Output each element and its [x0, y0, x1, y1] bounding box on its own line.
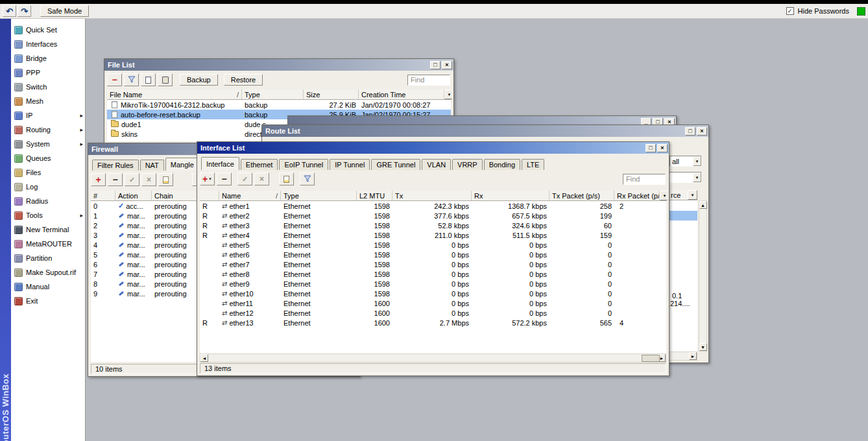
copy-button[interactable] — [141, 73, 156, 86]
column-header-size[interactable]: Size — [304, 89, 359, 99]
paste-button[interactable] — [158, 73, 173, 86]
interface-tab-vrrp[interactable]: VRRP — [452, 159, 483, 170]
interface-row[interactable]: ⇄ether6Ethernet15980 bps0 bps0 — [200, 250, 666, 259]
sidebar-item-routing[interactable]: Routing▸ — [11, 123, 85, 137]
enable-button[interactable]: ✓ — [237, 173, 252, 185]
remove-interface-button[interactable]: − — [217, 173, 232, 185]
interface-row[interactable]: R⇄ether3Ethernet159852.8 kbps324.6 kbps6… — [200, 220, 666, 230]
remove-file-button[interactable]: − — [107, 73, 122, 86]
comment-button[interactable] — [158, 173, 173, 186]
add-interface-button[interactable]: +▼ — [200, 173, 215, 185]
vertical-scrollbar[interactable]: ▲ ▼ — [699, 200, 707, 352]
interface-row[interactable]: R⇄ether13Ethernet16002.7 Mbps572.2 kbps5… — [200, 318, 666, 328]
firewall-tab-filter-rules[interactable]: Filter Rules — [92, 160, 139, 171]
interface-row[interactable]: ⇄ether9Ethernet15980 bps0 bps0 — [200, 279, 666, 289]
interface-row[interactable]: R⇄ether2Ethernet1598377.6 kbps657.5 kbps… — [200, 211, 666, 220]
horizontal-scrollbar[interactable]: ◄ ► — [200, 353, 666, 363]
route-list-titlebar[interactable]: Route List □ × — [262, 125, 708, 137]
add-rule-button[interactable]: + — [91, 173, 106, 186]
enable-button[interactable]: ✓ — [125, 173, 139, 186]
sidebar-item-ppp[interactable]: PPP — [11, 66, 85, 80]
safe-mode-button[interactable]: Safe Mode — [40, 5, 89, 17]
sidebar-item-mesh[interactable]: Mesh — [11, 94, 85, 108]
remove-rule-button[interactable]: − — [108, 173, 123, 186]
sidebar-item-new-terminal[interactable]: New Terminal — [11, 222, 85, 237]
interface-row[interactable]: R⇄ether1Ethernet1598242.3 kbps1368.7 kbp… — [200, 201, 666, 211]
maximize-button[interactable]: □ — [430, 61, 440, 69]
sidebar-item-partition[interactable]: Partition — [11, 251, 85, 265]
route-filter-select[interactable]: all ▼ — [669, 156, 702, 167]
scroll-up-icon[interactable]: ▲ — [699, 201, 707, 209]
file-list-titlebar[interactable]: File List □ × — [104, 59, 453, 71]
file-row[interactable]: MikroTik-19700416-2312.backupbackup27.2 … — [107, 100, 451, 110]
column-header-type[interactable]: Type — [281, 191, 357, 200]
filter-button[interactable] — [300, 173, 315, 185]
undo-button[interactable]: ↶ — [3, 5, 16, 17]
comment-button[interactable] — [279, 173, 294, 185]
column-header-rx[interactable]: Rx — [472, 191, 549, 200]
maximize-button[interactable]: □ — [685, 127, 695, 136]
interface-tab-ethernet[interactable]: Ethernet — [241, 159, 278, 170]
maximize-button[interactable]: □ — [645, 144, 656, 152]
sidebar-item-log[interactable]: Log — [11, 180, 85, 194]
column-header-flag[interactable]: # — [91, 191, 115, 200]
column-header-flag[interactable] — [200, 191, 219, 200]
filter-button[interactable] — [124, 73, 139, 86]
sidebar-item-radius[interactable]: Radius — [11, 194, 85, 208]
column-header-action[interactable]: Action — [115, 191, 152, 200]
sidebar-item-interfaces[interactable]: Interfaces — [11, 37, 85, 51]
column-select-button[interactable]: ▼ — [688, 190, 697, 200]
column-select-button[interactable]: ▼ — [444, 89, 452, 99]
sidebar-item-metarouter[interactable]: MetaROUTER — [11, 237, 85, 251]
sidebar-item-manual[interactable]: Manual — [11, 280, 85, 294]
sidebar-item-system[interactable]: System▸ — [11, 137, 85, 151]
column-header-creation-time[interactable]: Creation Time — [359, 89, 444, 99]
scroll-right-icon[interactable]: ► — [689, 352, 697, 360]
interface-row[interactable]: ⇄ether7Ethernet15980 bps0 bps0 — [200, 259, 666, 269]
interface-tab-ip-tunnel[interactable]: IP Tunnel — [330, 159, 370, 170]
sidebar-item-ip[interactable]: IP▸ — [11, 108, 85, 123]
find-input[interactable] — [623, 174, 666, 185]
close-button[interactable]: × — [657, 144, 668, 152]
interface-row[interactable]: ⇄ether8Ethernet15980 bps0 bps0 — [200, 269, 666, 279]
interface-list-titlebar[interactable]: Interface List □ × — [197, 142, 669, 154]
interface-row[interactable]: ⇄ether11Ethernet16000 bps0 bps0 — [200, 298, 666, 308]
restore-button[interactable]: Restore — [224, 74, 263, 86]
column-header-rx-packet-p[interactable]: Rx Packet (p/ — [614, 191, 660, 200]
backup-button[interactable]: Backup — [180, 74, 218, 86]
disable-button[interactable]: × — [141, 173, 156, 186]
scroll-down-icon[interactable]: ▼ — [699, 343, 707, 351]
interface-row[interactable]: R⇄ether4Ethernet1598211.0 kbps511.5 kbps… — [200, 230, 666, 240]
column-select-button[interactable]: ▼ — [660, 191, 668, 200]
interface-tab-bonding[interactable]: Bonding — [484, 159, 520, 170]
interface-tab-interface[interactable]: Interface — [201, 157, 239, 170]
interface-row[interactable]: ⇄ether5Ethernet15980 bps0 bps0 — [200, 240, 666, 250]
sidebar-item-exit[interactable]: Exit — [11, 294, 85, 308]
column-header-file-name[interactable]: File Name/ — [107, 89, 242, 99]
find-input[interactable] — [407, 75, 450, 86]
firewall-tab-mangle[interactable]: Mangle — [165, 158, 199, 171]
scroll-left-icon[interactable]: ◄ — [200, 354, 208, 362]
column-header-type[interactable]: Type — [242, 89, 304, 99]
sidebar-item-make-supout-rif[interactable]: Make Supout.rif — [11, 265, 85, 280]
firewall-tab-nat[interactable]: NAT — [140, 160, 164, 171]
column-header-name[interactable]: Name/ — [219, 191, 281, 200]
interface-row[interactable]: ⇄ether12Ethernet16000 bps0 bps0 — [200, 308, 666, 318]
column-header-tx[interactable]: Tx — [392, 191, 472, 200]
disable-button[interactable]: × — [254, 173, 269, 185]
interface-tab-vlan[interactable]: VLAN — [422, 159, 451, 170]
interface-tab-eoip-tunnel[interactable]: EoIP Tunnel — [279, 159, 328, 170]
scrollbar-thumb[interactable] — [642, 355, 660, 362]
redo-button[interactable]: ↷ — [18, 5, 31, 17]
close-button[interactable]: × — [442, 61, 452, 69]
sidebar-item-switch[interactable]: Switch — [11, 80, 85, 94]
column-header-tx-packet-p-s[interactable]: Tx Packet (p/s) — [549, 191, 614, 200]
hide-passwords-checkbox[interactable]: ✓ — [786, 7, 794, 15]
column-header-l2-mtu[interactable]: L2 MTU — [357, 191, 392, 200]
interface-tab-gre-tunnel[interactable]: GRE Tunnel — [371, 159, 420, 170]
interface-row[interactable]: ⇄ether10Ethernet15980 bps0 bps0 — [200, 289, 666, 298]
sidebar-item-quick-set[interactable]: Quick Set — [11, 23, 85, 37]
close-button[interactable]: × — [697, 127, 707, 136]
interface-tab-lte[interactable]: LTE — [522, 159, 544, 170]
sidebar-item-files[interactable]: Files — [11, 165, 85, 180]
